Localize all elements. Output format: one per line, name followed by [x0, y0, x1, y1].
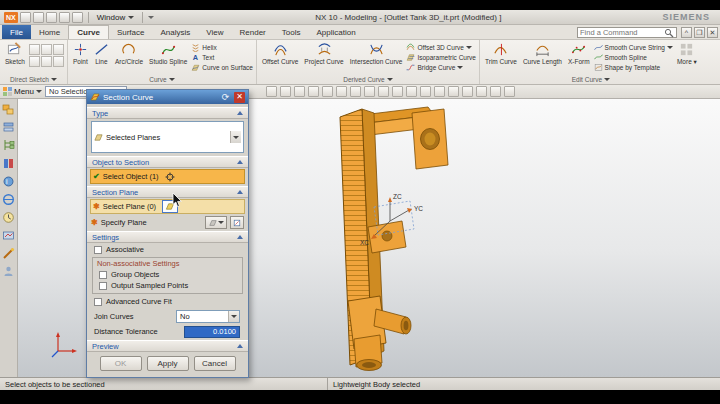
- curve-length-button[interactable]: Curve Length: [521, 42, 564, 65]
- cancel-button[interactable]: Cancel: [194, 356, 236, 371]
- associative-checkbox-row[interactable]: Associative: [87, 243, 248, 256]
- type-dropdown[interactable]: Selected Planes: [91, 121, 244, 153]
- close-window-icon[interactable]: ✕: [707, 27, 718, 38]
- curve-on-surface-button[interactable]: Curve on Surface: [191, 63, 253, 72]
- tab-render[interactable]: Render: [232, 25, 274, 39]
- output-sampled-points-checkbox-row[interactable]: Output Sampled Points: [93, 280, 242, 291]
- dialog-title-bar[interactable]: Section Curve ⟳ ✕: [87, 90, 248, 104]
- toolbar-icon[interactable]: [476, 86, 487, 97]
- process-studio-icon[interactable]: [2, 229, 15, 242]
- toolbar-icon[interactable]: [448, 86, 459, 97]
- sketch-tool-icon[interactable]: [41, 56, 52, 67]
- close-icon[interactable]: ✕: [234, 92, 245, 103]
- project-curve-button[interactable]: Project Curve: [302, 42, 345, 65]
- sketch-tool-icon[interactable]: [29, 56, 40, 67]
- reset-icon[interactable]: ⟳: [220, 92, 231, 103]
- group-objects-checkbox-row[interactable]: Group Objects: [93, 269, 242, 280]
- ok-button[interactable]: OK: [100, 356, 142, 371]
- sketch-tool-icon[interactable]: [29, 44, 40, 55]
- toolbar-icon[interactable]: [406, 86, 417, 97]
- roles-icon[interactable]: [2, 265, 15, 278]
- toolbar-icon[interactable]: [336, 86, 347, 97]
- toolbar-icon[interactable]: [364, 86, 375, 97]
- history-icon[interactable]: [2, 211, 15, 224]
- shape-by-template-button[interactable]: Shape by Template: [594, 63, 673, 72]
- group-label-edit-curve[interactable]: Edit Curve: [480, 75, 702, 84]
- reuse-library-icon[interactable]: [2, 157, 15, 170]
- menu-button[interactable]: Menu: [3, 87, 42, 96]
- group-label-curve[interactable]: Curve: [68, 75, 256, 84]
- toolbar-icon[interactable]: [420, 86, 431, 97]
- tab-file[interactable]: File: [2, 25, 31, 39]
- select-object-row[interactable]: ✔ Select Object (1): [90, 169, 245, 184]
- toolbar-icon[interactable]: [294, 86, 305, 97]
- text-button[interactable]: A Text: [191, 53, 253, 62]
- arc-circle-button[interactable]: Arc/Circle: [113, 42, 145, 65]
- group-label-direct-sketch[interactable]: Direct Sketch: [0, 75, 67, 84]
- offset-3d-curve-button[interactable]: Offset 3D Curve: [406, 43, 476, 52]
- tab-home[interactable]: Home: [31, 25, 68, 39]
- tab-view[interactable]: View: [198, 25, 231, 39]
- sketch-tool-icon[interactable]: [53, 44, 64, 55]
- section-header-plane[interactable]: Section Plane: [87, 186, 248, 198]
- toolbar-icon[interactable]: [308, 86, 319, 97]
- undo-icon[interactable]: [33, 12, 44, 23]
- section-header-object[interactable]: Object to Section: [87, 156, 248, 168]
- web-browser-icon[interactable]: [2, 193, 15, 206]
- toolbar-icon[interactable]: [266, 86, 277, 97]
- intersection-curve-button[interactable]: Intersection Curve: [348, 42, 405, 65]
- output-sampled-points-checkbox[interactable]: [99, 282, 107, 290]
- toolbar-icon[interactable]: [280, 86, 291, 97]
- manufacturing-wizards-icon[interactable]: [2, 247, 15, 260]
- copy-icon[interactable]: [59, 12, 70, 23]
- outlet-tank-3d-model[interactable]: ZC YC XC: [318, 103, 488, 373]
- section-header-settings[interactable]: Settings: [87, 231, 248, 243]
- group-objects-checkbox[interactable]: [99, 271, 107, 279]
- line-button[interactable]: Line: [92, 42, 111, 65]
- group-label-derived-curve[interactable]: Derived Curve: [257, 75, 479, 84]
- dropdown-arrow-button[interactable]: [230, 131, 241, 143]
- restore-window-icon[interactable]: ❐: [694, 27, 705, 38]
- toolbar-icon[interactable]: [392, 86, 403, 97]
- minimize-ribbon-icon[interactable]: ^: [681, 27, 692, 38]
- join-curves-dropdown[interactable]: No: [176, 310, 240, 323]
- bridge-curve-button[interactable]: Bridge Curve: [406, 63, 476, 72]
- part-navigator-icon[interactable]: [2, 139, 15, 152]
- smooth-curve-string-button[interactable]: Smooth Curve String: [594, 43, 673, 52]
- trim-curve-button[interactable]: Trim Curve: [483, 42, 519, 65]
- dropdown-arrow-button[interactable]: [228, 311, 239, 322]
- section-header-type[interactable]: Type: [87, 107, 248, 119]
- apply-button[interactable]: Apply: [147, 356, 189, 371]
- smooth-spline-button[interactable]: Smooth Spline: [594, 53, 673, 62]
- tab-curve[interactable]: Curve: [68, 25, 109, 39]
- redo-icon[interactable]: [46, 12, 57, 23]
- toolbar-icon[interactable]: [378, 86, 389, 97]
- select-plane-row[interactable]: ✱ Select Plane (0): [90, 199, 245, 214]
- sketch-tool-icon[interactable]: [53, 56, 64, 67]
- advanced-curve-fit-checkbox-row[interactable]: Advanced Curve Fit: [87, 295, 248, 308]
- sketch-tool-icon[interactable]: [41, 44, 52, 55]
- plane-dialog-button[interactable]: [230, 216, 244, 229]
- toolbar-icon[interactable]: [322, 86, 333, 97]
- toolbar-icon[interactable]: [490, 86, 501, 97]
- find-command-input[interactable]: [580, 28, 664, 37]
- crosshair-icon[interactable]: [165, 172, 175, 182]
- tab-surface[interactable]: Surface: [109, 25, 153, 39]
- x-form-button[interactable]: X-Form: [566, 42, 592, 65]
- toolbar-icon[interactable]: [504, 86, 515, 97]
- distance-tolerance-field[interactable]: 0.0100: [184, 326, 240, 338]
- section-header-preview[interactable]: Preview: [87, 340, 248, 352]
- offset-curve-button[interactable]: Offset Curve: [260, 42, 300, 65]
- toolbar-icon[interactable]: [350, 86, 361, 97]
- sketch-button[interactable]: Sketch: [3, 42, 27, 65]
- window-menu-button[interactable]: Window: [94, 13, 137, 22]
- isoparametric-curve-button[interactable]: Isoparametric Curve: [406, 53, 476, 62]
- plane-method-dropdown[interactable]: [205, 216, 227, 229]
- associative-checkbox[interactable]: [94, 246, 102, 254]
- hd3d-tools-icon[interactable]: i: [2, 175, 15, 188]
- constraint-navigator-icon[interactable]: [2, 121, 15, 134]
- more-button[interactable]: More ▾: [675, 42, 699, 66]
- advanced-curve-fit-checkbox[interactable]: [94, 298, 102, 306]
- toolbar-icon[interactable]: [434, 86, 445, 97]
- toolbar-icon[interactable]: [462, 86, 473, 97]
